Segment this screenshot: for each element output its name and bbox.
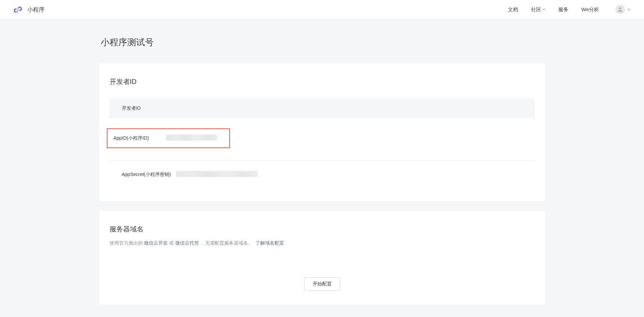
appid-row-highlighted: AppID(小程序ID) [107, 128, 230, 148]
header-left: 小程序 [14, 5, 45, 14]
nav-service[interactable]: 服务 [558, 6, 568, 13]
developer-id-title: 开发者ID [110, 77, 535, 86]
header: 小程序 文档 社区 服务 We分析 [0, 0, 644, 19]
logo-text: 小程序 [27, 6, 45, 14]
developer-id-card: 开发者ID 开发者ID AppID(小程序ID) AppSecret(小程序密钥… [99, 64, 545, 201]
config-button-wrapper: 开始配置 [110, 260, 535, 291]
blurred-content-icon [166, 135, 217, 141]
miniprogram-logo-icon [14, 5, 23, 14]
link-learn-domain[interactable]: 了解域名配置 [255, 240, 284, 246]
main-content: 小程序测试号 开发者ID 开发者ID AppID(小程序ID) AppSecre… [99, 19, 545, 304]
avatar-icon [615, 5, 625, 14]
server-domain-title: 服务器域名 [110, 225, 535, 234]
desc-prefix: 使用官方推出的 [110, 240, 144, 246]
server-domain-card: 服务器域名 使用官方推出的 微信云开发 或 微信云托管 ，无需配置服务器域名。 … [99, 211, 545, 304]
start-config-button[interactable]: 开始配置 [304, 277, 340, 291]
link-cloud-dev[interactable]: 微信云开发 [144, 240, 168, 246]
nav-community-label: 社区 [531, 6, 541, 13]
desc-or: 或 [168, 240, 175, 246]
server-domain-desc: 使用官方推出的 微信云开发 或 微信云托管 ，无需配置服务器域名。 了解域名配置 [110, 239, 535, 247]
chevron-down-icon [628, 9, 630, 11]
appsecret-label: AppSecret(小程序密钥) [112, 172, 176, 178]
page-title: 小程序测试号 [99, 36, 545, 48]
link-cloud-hosting[interactable]: 微信云托管 [175, 240, 199, 246]
desc-middle: ，无需配置服务器域名。 [199, 240, 253, 246]
blurred-content-icon [176, 171, 258, 177]
appid-label: AppID(小程序ID) [110, 135, 166, 141]
chevron-down-icon [543, 9, 545, 11]
nav-docs[interactable]: 文档 [508, 6, 518, 13]
table-header: 开发者ID [110, 99, 535, 118]
appid-value [166, 135, 217, 142]
nav-weanalytics[interactable]: We分析 [581, 6, 599, 13]
header-nav: 文档 社区 服务 We分析 [508, 5, 630, 14]
user-menu[interactable] [615, 5, 630, 14]
nav-community[interactable]: 社区 [531, 6, 545, 13]
appsecret-value [176, 171, 523, 178]
appsecret-row: AppSecret(小程序密钥) [110, 160, 535, 187]
